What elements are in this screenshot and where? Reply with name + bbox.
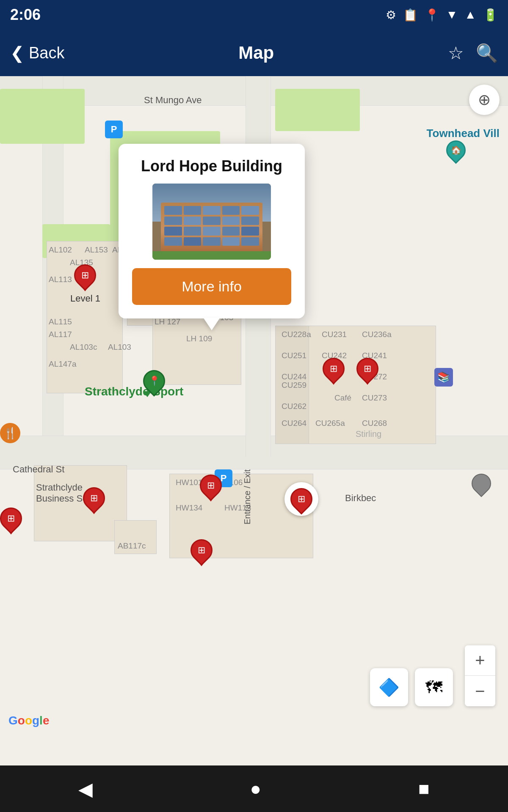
room-al103c: AL103c [70, 343, 97, 352]
room-al117: AL117 [49, 330, 72, 339]
room-cafe: Café [334, 393, 351, 403]
google-l-green: l [39, 714, 43, 727]
map-container[interactable]: St Mungo Ave Cathedral St AL102 AL153 AL… [0, 76, 508, 782]
al-building-pin[interactable]: ⊞ Level 1 [70, 264, 100, 304]
cu-pin-1[interactable]: ⊞ [323, 358, 345, 385]
app-bar: ❮ Back Map ☆ 🔍 [0, 30, 508, 76]
directions-button[interactable]: 🔷 [370, 668, 408, 706]
room-cu264: CU264 [282, 419, 306, 428]
google-o-yellow: o [25, 714, 32, 727]
townhead-label: Townhead Vill [427, 127, 500, 140]
room-al147a: AL147a [49, 359, 77, 369]
al-pin-label: Level 1 [70, 293, 100, 304]
google-e-red: e [43, 714, 50, 727]
room-cu259: CU259 [282, 381, 306, 390]
room-al153: AL153 [85, 245, 108, 255]
room-cu236a: CU236a [362, 330, 392, 339]
bottom-left-pin[interactable]: ⊞ [0, 508, 22, 535]
star-icon[interactable]: ☆ [448, 43, 464, 63]
back-label: Back [29, 44, 64, 62]
clipboard-icon: 📋 [403, 8, 418, 22]
location-crosshair-icon: ⊕ [478, 91, 491, 109]
map-actions: 🔷 🗺 [370, 668, 453, 706]
room-cu273: CU273 [362, 393, 387, 403]
room-cu228a: CU228a [282, 330, 311, 339]
st-mungo-ave-label: St Mungo Ave [144, 95, 202, 106]
building-popup: Lord Hope Building [119, 144, 305, 318]
wifi-icon: ▼ [446, 8, 458, 22]
green-area-top-left [0, 89, 85, 144]
birkbec-label: Birkbec [345, 493, 376, 504]
room-hw134: HW134 [176, 503, 202, 513]
zoom-in-button[interactable]: + [465, 645, 495, 676]
google-g-blue-2: g [32, 714, 39, 727]
back-button[interactable]: ❮ Back [10, 43, 64, 63]
room-al103: AL103 [108, 343, 131, 352]
sbs-pin[interactable]: ⊞ [83, 487, 105, 514]
room-lh109: LH 109 [186, 334, 212, 343]
strathclyde-sport-pin[interactable]: 📍 [143, 370, 165, 397]
stirling-label: Stirling [356, 429, 381, 439]
birkbec-pin[interactable] [472, 474, 491, 493]
google-g-blue: G [8, 714, 18, 727]
zoom-controls: + − [465, 645, 495, 706]
room-cu262: CU262 [282, 402, 306, 411]
library-icon[interactable]: 📚 [434, 368, 453, 387]
google-maps-icon: 🗺 [425, 678, 442, 697]
room-lh127: LH 127 [155, 317, 180, 326]
zoom-out-button[interactable]: − [465, 676, 495, 706]
status-time: 2:06 [10, 6, 41, 24]
google-maps-button[interactable]: 🗺 [415, 668, 453, 706]
green-area-top-right [275, 89, 360, 131]
strathclyde-sport-label: Strathclyde Sport [85, 385, 183, 398]
page-title: Map [238, 43, 274, 63]
room-cu268: CU268 [362, 419, 387, 428]
room-al113: AL113 [49, 275, 72, 284]
location-pin-status-icon: 📍 [425, 8, 439, 22]
restaurant-icon[interactable]: 🍴 [0, 423, 20, 443]
settings-icon: ⚙ [386, 8, 396, 22]
more-info-button[interactable]: More info [132, 268, 291, 305]
room-cu265a: CU265a [315, 419, 345, 428]
entrance-exit-label: Entrance / Exit [243, 469, 252, 524]
sbs-label: StrathclydeBusiness So [36, 482, 88, 504]
directions-icon: 🔷 [378, 678, 400, 697]
room-cu251: CU251 [282, 351, 306, 360]
room-ab117c: AB117c [118, 541, 146, 551]
app-bar-actions: ☆ 🔍 [448, 43, 498, 63]
hw-pin[interactable]: ⊞ [200, 475, 222, 502]
bottom-center-pin[interactable]: ⊞ [190, 539, 213, 566]
nav-recent-button[interactable]: ■ [418, 778, 430, 799]
location-button[interactable]: ⊕ [469, 85, 500, 115]
room-cu231: CU231 [322, 330, 347, 339]
signal-icon: ▲ [464, 8, 476, 22]
cu-pin-2[interactable]: ⊞ [356, 358, 378, 385]
popup-building-image [152, 184, 271, 260]
back-arrow-icon: ❮ [10, 43, 25, 63]
nav-home-button[interactable]: ● [250, 778, 261, 799]
battery-icon: 🔋 [483, 8, 498, 22]
room-al115: AL115 [49, 317, 72, 326]
room-cu244: CU244 [282, 372, 306, 381]
google-logo: Google [8, 714, 49, 727]
cathedral-st-label: Cathedral St [13, 464, 64, 475]
status-bar: 2:06 ⚙ 📋 📍 ▼ ▲ 🔋 [0, 0, 508, 30]
google-o-red: o [18, 714, 25, 727]
status-icons-group: ⚙ 📋 📍 ▼ ▲ 🔋 [386, 8, 498, 22]
room-hw101: HW101 [176, 478, 202, 487]
search-icon[interactable]: 🔍 [476, 43, 498, 63]
nav-bar: ◀ ● ■ [0, 765, 508, 812]
nav-back-button[interactable]: ◀ [78, 778, 93, 800]
selected-pin-circle[interactable]: ⊞ [284, 482, 318, 516]
popup-title: Lord Hope Building [141, 157, 282, 175]
room-al102: AL102 [49, 245, 72, 255]
bus-stop-icon-1: P [105, 121, 123, 138]
townhead-pin[interactable]: 🏠 [446, 140, 466, 160]
